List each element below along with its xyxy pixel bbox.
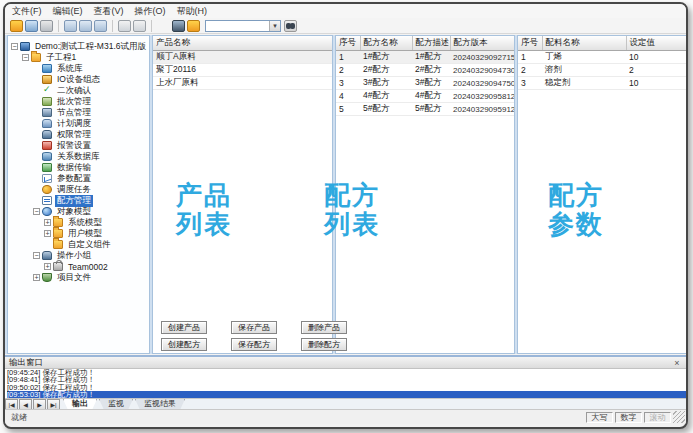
find-icon[interactable] bbox=[284, 20, 297, 32]
device-icon bbox=[42, 75, 52, 84]
tree-item-15[interactable]: −对象模型 bbox=[8, 206, 149, 217]
table-row[interactable]: 上水厂原料 bbox=[153, 77, 332, 90]
table-row[interactable]: 33#配方3#配方20240329094750 bbox=[336, 77, 514, 90]
column-header[interactable]: 配方名称 bbox=[360, 36, 412, 51]
paste-icon[interactable] bbox=[94, 20, 107, 32]
table-row[interactable]: 22#配方2#配方20240329094730 bbox=[336, 64, 514, 77]
tree-item-3[interactable]: IO设备组态 bbox=[8, 74, 149, 85]
log-line[interactable]: [09:48:41] 保存工程成功！ bbox=[7, 376, 686, 383]
param-table: 序号配料名称设定值1丁烯102溶剂23稳定剂10 bbox=[518, 36, 688, 90]
status-cell-0: 大写 bbox=[586, 412, 613, 423]
combobox-value[interactable] bbox=[206, 21, 269, 31]
table-cell: 聚丁20116 bbox=[153, 64, 332, 77]
collapse-icon[interactable]: − bbox=[11, 43, 18, 50]
cut-icon[interactable] bbox=[64, 20, 77, 32]
log-line[interactable]: [09:53:03] 保存配方成功！ bbox=[7, 391, 686, 398]
log-line[interactable]: [09:50:02] 保存工程成功！ bbox=[7, 384, 686, 391]
expand-icon[interactable]: + bbox=[33, 274, 40, 281]
column-header[interactable]: 配方版本 bbox=[450, 36, 514, 51]
expand-icon[interactable]: + bbox=[44, 219, 51, 226]
tree-item-0[interactable]: −Demo:测试工程-M31.6试用版 bbox=[8, 41, 149, 52]
tree-item-12[interactable]: 参数配置 bbox=[8, 173, 149, 184]
node-icon bbox=[42, 108, 52, 117]
table-row[interactable]: 聚丁20116 bbox=[153, 64, 332, 77]
confirm-icon bbox=[42, 86, 52, 95]
tree-item-19[interactable]: −操作小组 bbox=[8, 250, 149, 261]
tree-item-2[interactable]: 系统库 bbox=[8, 63, 149, 74]
tree-item-8[interactable]: 权限管理 bbox=[8, 129, 149, 140]
column-header[interactable]: 产品名称 bbox=[153, 36, 332, 51]
table-row[interactable]: 3稳定剂10 bbox=[518, 77, 688, 90]
table-cell: 5 bbox=[336, 103, 360, 116]
tree-item-17[interactable]: +用户模型 bbox=[8, 228, 149, 239]
column-header[interactable]: 设定值 bbox=[626, 36, 688, 51]
collapse-icon[interactable]: − bbox=[22, 54, 29, 61]
collapse-icon[interactable]: − bbox=[33, 252, 40, 259]
tree-item-18[interactable]: 自定义组件 bbox=[8, 239, 149, 250]
collapse-icon[interactable]: − bbox=[33, 208, 40, 215]
tree-item-14[interactable]: 配方管理 bbox=[8, 195, 149, 206]
menu-item-4[interactable]: 帮助(H) bbox=[177, 5, 208, 18]
table-row[interactable]: 44#配方4#配方20240329095812 bbox=[336, 90, 514, 103]
database-icon bbox=[42, 152, 52, 161]
tree-item-11[interactable]: 数据传输 bbox=[8, 162, 149, 173]
output-log-list: [09:45:24] 保存工程成功！[09:48:41] 保存工程成功！[09:… bbox=[5, 369, 686, 398]
search-combobox[interactable]: ▾ bbox=[205, 20, 281, 32]
tree-item-4[interactable]: 二次确认 bbox=[8, 85, 149, 96]
tree-item-21[interactable]: +项目文件 bbox=[8, 272, 149, 283]
column-header[interactable]: 配料名称 bbox=[542, 36, 626, 51]
tree-item-6[interactable]: 节点管理 bbox=[8, 107, 149, 118]
table-cell: 5#配方 bbox=[412, 103, 450, 116]
column-header[interactable]: 序号 bbox=[518, 36, 542, 51]
table-row[interactable]: 11#配方1#配方20240329092715 bbox=[336, 51, 514, 64]
table-cell: 20240329095812 bbox=[450, 90, 514, 103]
log-line[interactable]: [09:45:24] 保存工程成功！ bbox=[7, 369, 686, 376]
column-header[interactable]: 配方描述 bbox=[412, 36, 450, 51]
chevron-down-icon[interactable]: ▾ bbox=[269, 21, 280, 31]
delete-recipe-button[interactable]: 删除配方 bbox=[301, 338, 347, 351]
table-header-row: 序号配方名称配方描述配方版本 bbox=[336, 36, 514, 51]
tree-item-13[interactable]: 调度任务 bbox=[8, 184, 149, 195]
menu-item-3[interactable]: 操作(O) bbox=[135, 5, 166, 18]
monitor-icon[interactable] bbox=[172, 20, 185, 32]
expand-icon[interactable]: + bbox=[44, 263, 51, 270]
tree-item-20[interactable]: +Team0002 bbox=[8, 261, 149, 272]
delete-product-button[interactable]: 删除产品 bbox=[301, 321, 347, 334]
copy-icon[interactable] bbox=[79, 20, 92, 32]
table-cell: 20240329094750 bbox=[450, 77, 514, 90]
tree-item-1[interactable]: −子工程1 bbox=[8, 52, 149, 63]
menu-item-1[interactable]: 编辑(E) bbox=[53, 5, 83, 18]
table-cell: 2 bbox=[336, 64, 360, 77]
new-icon[interactable] bbox=[10, 20, 23, 32]
undo-icon[interactable] bbox=[118, 20, 131, 32]
recipe-table-panel: 序号配方名称配方描述配方版本11#配方1#配方2024032909271522#… bbox=[335, 35, 515, 354]
save-recipe-button[interactable]: 保存配方 bbox=[231, 338, 277, 351]
open-icon[interactable] bbox=[25, 20, 38, 32]
create-product-button[interactable]: 创建产品 bbox=[161, 321, 207, 334]
save-product-button[interactable]: 保存产品 bbox=[231, 321, 277, 334]
screenshot-root: 文件(F)编辑(E)查看(V)操作(O)帮助(H) ▾ −Demo:测试工程-M… bbox=[0, 0, 693, 433]
column-header[interactable]: 序号 bbox=[336, 36, 360, 51]
table-row[interactable]: 55#配方5#配方20240329095912 bbox=[336, 103, 514, 116]
tree-item-7[interactable]: 计划调度 bbox=[8, 118, 149, 129]
tree-item-5[interactable]: 批次管理 bbox=[8, 96, 149, 107]
library-icon bbox=[42, 64, 52, 73]
tree-view-icon[interactable] bbox=[157, 20, 170, 32]
batch-icon bbox=[42, 97, 52, 106]
table-row[interactable]: 2溶剂2 bbox=[518, 64, 688, 77]
table-row[interactable]: 顺丁A原料 bbox=[153, 51, 332, 64]
expand-icon[interactable]: + bbox=[44, 230, 51, 237]
tree-item-10[interactable]: 关系数据库 bbox=[8, 151, 149, 162]
menu-item-2[interactable]: 查看(V) bbox=[94, 5, 124, 18]
redo-icon[interactable] bbox=[133, 20, 146, 32]
close-icon[interactable]: × bbox=[672, 358, 682, 368]
deploy-icon[interactable] bbox=[187, 20, 200, 32]
table-cell: 2#配方 bbox=[412, 64, 450, 77]
table-row[interactable]: 1丁烯10 bbox=[518, 51, 688, 64]
menu-item-0[interactable]: 文件(F) bbox=[12, 5, 42, 18]
resize-grip-icon[interactable] bbox=[673, 411, 685, 423]
create-recipe-button[interactable]: 创建配方 bbox=[161, 338, 207, 351]
tree-item-9[interactable]: 报警设置 bbox=[8, 140, 149, 151]
tree-item-16[interactable]: +系统模型 bbox=[8, 217, 149, 228]
save-icon[interactable] bbox=[40, 20, 53, 32]
